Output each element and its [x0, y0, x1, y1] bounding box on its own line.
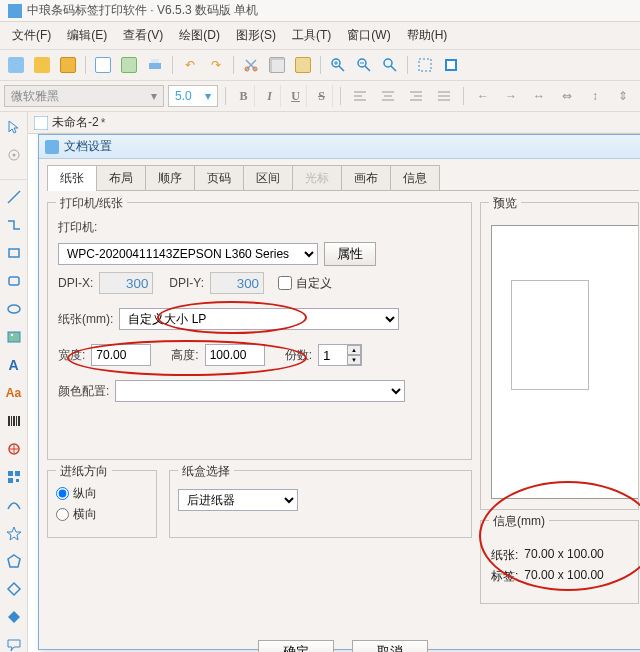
callout-tool-icon[interactable]: [3, 634, 25, 652]
star-tool-icon[interactable]: [3, 522, 25, 544]
align-justify-icon[interactable]: [432, 85, 456, 107]
select-all-icon[interactable]: [413, 54, 437, 76]
shape-tool-icon[interactable]: [3, 438, 25, 460]
underline-button[interactable]: U: [285, 85, 307, 107]
spacing-narrow-icon[interactable]: ↔: [527, 85, 551, 107]
polygon-tool-icon[interactable]: [3, 550, 25, 572]
redo-icon[interactable]: ↷: [204, 54, 228, 76]
svg-line-31: [8, 191, 20, 203]
cancel-button[interactable]: 取消: [352, 640, 428, 652]
paper-tray-select[interactable]: 后进纸器: [178, 489, 298, 511]
align-center-icon[interactable]: [376, 85, 400, 107]
line-height-down-icon[interactable]: ⇕: [611, 85, 635, 107]
align-right-icon[interactable]: [404, 85, 428, 107]
menu-shape[interactable]: 图形(S): [228, 24, 284, 47]
menu-draw[interactable]: 绘图(D): [171, 24, 228, 47]
svg-point-34: [8, 305, 20, 313]
menu-window[interactable]: 窗口(W): [339, 24, 398, 47]
barcode-tool-icon[interactable]: [3, 410, 25, 432]
curve-tool-icon[interactable]: [3, 494, 25, 516]
diamond-tool-icon[interactable]: [3, 578, 25, 600]
svg-point-36: [10, 334, 12, 336]
paper-width-input[interactable]: [91, 344, 151, 366]
copies-spinner[interactable]: ▲ ▼: [318, 344, 362, 366]
tab-cursor[interactable]: 光标: [292, 165, 342, 191]
tab-order[interactable]: 顺序: [145, 165, 195, 191]
richtext-tool-icon[interactable]: Aa: [3, 382, 25, 404]
italic-button[interactable]: I: [259, 85, 281, 107]
svg-point-30: [12, 154, 15, 157]
paste-icon[interactable]: [291, 54, 315, 76]
bold-button[interactable]: B: [233, 85, 255, 107]
print-icon[interactable]: [143, 54, 167, 76]
qrcode-tool-icon[interactable]: [3, 466, 25, 488]
custom-dpi-check[interactable]: [278, 276, 292, 290]
zoom-in-icon[interactable]: [326, 54, 350, 76]
text-tool-b-icon[interactable]: →: [499, 85, 523, 107]
print-setup-icon[interactable]: [117, 54, 141, 76]
radio-portrait[interactable]: 纵向: [56, 485, 148, 502]
spacing-wide-icon[interactable]: ⇔: [555, 85, 579, 107]
copies-up-icon[interactable]: ▲: [347, 345, 361, 355]
menu-file[interactable]: 文件(F): [4, 24, 59, 47]
zoom-out-icon[interactable]: [352, 54, 376, 76]
undo-icon[interactable]: ↶: [178, 54, 202, 76]
line-tool-icon[interactable]: [3, 186, 25, 208]
shape-fill-tool-icon[interactable]: [3, 606, 25, 628]
node-tool-icon[interactable]: [3, 144, 25, 166]
svg-rect-32: [9, 249, 19, 257]
font-name-combo[interactable]: 微软雅黑 ▾: [4, 85, 164, 107]
paper-size-select[interactable]: 自定义大小 LP: [119, 308, 399, 330]
strike-button[interactable]: S: [311, 85, 333, 107]
cut-icon[interactable]: [239, 54, 263, 76]
font-size-combo[interactable]: 5.0 ▾: [168, 85, 218, 107]
menu-view[interactable]: 查看(V): [115, 24, 171, 47]
radio-portrait-input[interactable]: [56, 487, 69, 500]
image-tool-icon[interactable]: [3, 326, 25, 348]
printer-select[interactable]: WPC-20200411143ZEPSON L360 Series: [58, 243, 318, 265]
connector-tool-icon[interactable]: [3, 214, 25, 236]
menu-help[interactable]: 帮助(H): [399, 24, 456, 47]
save-icon[interactable]: [56, 54, 80, 76]
dialog-titlebar[interactable]: 文档设置: [39, 135, 640, 159]
open-icon[interactable]: [30, 54, 54, 76]
color-profile-select[interactable]: [115, 380, 405, 402]
tab-paper[interactable]: 纸张: [47, 165, 97, 191]
document-tab[interactable]: 未命名-2 *: [28, 112, 640, 134]
tab-canvas[interactable]: 画布: [341, 165, 391, 191]
label-color-profile: 颜色配置:: [58, 383, 109, 400]
tab-pageno[interactable]: 页码: [194, 165, 244, 191]
tab-layout[interactable]: 布局: [96, 165, 146, 191]
template-icon[interactable]: [91, 54, 115, 76]
deselect-icon[interactable]: [439, 54, 463, 76]
group-feed-legend: 进纸方向: [56, 463, 112, 480]
dpi-x-input[interactable]: [99, 272, 153, 294]
dpi-y-input[interactable]: [210, 272, 264, 294]
line-height-up-icon[interactable]: ↕: [583, 85, 607, 107]
printer-properties-button[interactable]: 属性: [324, 242, 376, 266]
text-tool-a-icon[interactable]: ←: [471, 85, 495, 107]
copies-input[interactable]: [319, 345, 347, 365]
menu-tool[interactable]: 工具(T): [284, 24, 339, 47]
tab-info[interactable]: 信息: [390, 165, 440, 191]
zoom-fit-icon[interactable]: [378, 54, 402, 76]
svg-rect-39: [13, 416, 15, 426]
paper-height-input[interactable]: [205, 344, 265, 366]
menu-edit[interactable]: 编辑(E): [59, 24, 115, 47]
roundrect-tool-icon[interactable]: [3, 270, 25, 292]
radio-landscape-input[interactable]: [56, 508, 69, 521]
left-toolbox: A Aa: [0, 112, 28, 652]
radio-landscape[interactable]: 横向: [56, 506, 148, 523]
rect-tool-icon[interactable]: [3, 242, 25, 264]
info-paper-value: 70.00 x 100.00: [524, 547, 603, 564]
new-icon[interactable]: [4, 54, 28, 76]
ellipse-tool-icon[interactable]: [3, 298, 25, 320]
text-tool-icon[interactable]: A: [3, 354, 25, 376]
pointer-tool-icon[interactable]: [3, 116, 25, 138]
copies-down-icon[interactable]: ▼: [347, 355, 361, 365]
align-left-icon[interactable]: [348, 85, 372, 107]
copy-icon[interactable]: [265, 54, 289, 76]
ok-button[interactable]: 确定: [258, 640, 334, 652]
tab-range[interactable]: 区间: [243, 165, 293, 191]
custom-dpi-checkbox[interactable]: 自定义: [278, 275, 332, 292]
